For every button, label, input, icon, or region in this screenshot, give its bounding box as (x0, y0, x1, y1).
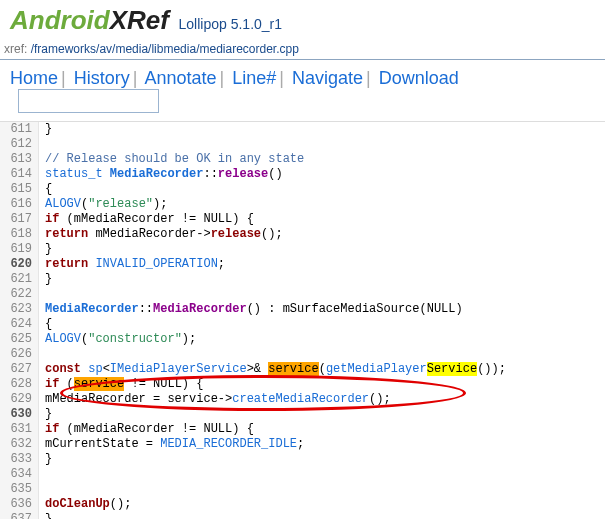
nav-download[interactable]: Download (379, 68, 459, 88)
code-line: } (39, 407, 52, 422)
line-number[interactable]: 621 (0, 272, 39, 287)
line-number[interactable]: 622 (0, 287, 39, 302)
nav-bar: Home| History| Annotate| Line#| Navigate… (0, 60, 605, 122)
code-line (39, 482, 45, 497)
code-line (39, 137, 45, 152)
nav-home[interactable]: Home (10, 68, 58, 88)
line-number[interactable]: 628 (0, 377, 39, 392)
line-number[interactable]: 637 (0, 512, 39, 519)
code-line: const sp<IMediaPlayerService>& service(g… (39, 362, 506, 377)
line-number[interactable]: 627 (0, 362, 39, 377)
code-area: 611} 612 613// Release should be OK in a… (0, 122, 605, 519)
code-line: } (39, 272, 52, 287)
line-number[interactable]: 631 (0, 422, 39, 437)
line-number[interactable]: 611 (0, 122, 39, 137)
line-number[interactable]: 629 (0, 392, 39, 407)
nav-sep: | (133, 68, 138, 88)
logo-part1: Android (10, 5, 110, 35)
path-seg-file[interactable]: mediarecorder.cpp (199, 42, 298, 56)
highlight-service: service (74, 377, 124, 391)
version-label: Lollipop 5.1.0_r1 (179, 16, 283, 32)
logo-part2: XRef (110, 5, 169, 35)
line-number[interactable]: 624 (0, 317, 39, 332)
line-number[interactable]: 614 (0, 167, 39, 182)
site-logo: AndroidXRef (10, 5, 169, 36)
line-number[interactable]: 617 (0, 212, 39, 227)
line-number[interactable]: 635 (0, 482, 39, 497)
code-line: ALOGV("constructor"); (39, 332, 196, 347)
code-line: MediaRecorder::MediaRecorder() : mSurfac… (39, 302, 463, 317)
line-number[interactable]: 634 (0, 467, 39, 482)
code-line (39, 347, 45, 362)
path-seg-frameworks[interactable]: frameworks (34, 42, 96, 56)
line-number[interactable]: 625 (0, 332, 39, 347)
path-seg-libmedia[interactable]: libmedia (151, 42, 196, 56)
line-number[interactable]: 636 (0, 497, 39, 512)
line-number[interactable]: 615 (0, 182, 39, 197)
code-line: return mMediaRecorder->release(); (39, 227, 283, 242)
code-line: status_t MediaRecorder::release() (39, 167, 283, 182)
code-line: } (39, 242, 52, 257)
nav-annotate[interactable]: Annotate (144, 68, 216, 88)
code-line: } (39, 512, 52, 519)
code-line: ALOGV("release"); (39, 197, 167, 212)
line-number[interactable]: 616 (0, 197, 39, 212)
line-number[interactable]: 613 (0, 152, 39, 167)
line-number[interactable]: 619 (0, 242, 39, 257)
code-line: mCurrentState = MEDIA_RECORDER_IDLE; (39, 437, 304, 452)
code-line: return INVALID_OPERATION; (39, 257, 225, 272)
code-line (39, 287, 45, 302)
path-bar: xref: /frameworks/av/media/libmedia/medi… (0, 39, 605, 60)
code-comment: // Release should be OK in any state (39, 152, 304, 167)
code-line: } (39, 122, 52, 137)
line-number[interactable]: 632 (0, 437, 39, 452)
line-number[interactable]: 633 (0, 452, 39, 467)
code-line: doCleanUp(); (39, 497, 131, 512)
code-line (39, 467, 45, 482)
line-number[interactable]: 626 (0, 347, 39, 362)
code-line: if (service != NULL) { (39, 377, 203, 392)
code-line: if (mMediaRecorder != NULL) { (39, 422, 254, 437)
line-number[interactable]: 630 (0, 407, 39, 422)
nav-history[interactable]: History (74, 68, 130, 88)
highlight-service: service (268, 362, 318, 376)
search-input[interactable] (18, 89, 159, 113)
line-number[interactable]: 618 (0, 227, 39, 242)
path-seg-media[interactable]: media (115, 42, 148, 56)
code-line: { (39, 182, 52, 197)
code-line: { (39, 317, 52, 332)
nav-navigate[interactable]: Navigate (292, 68, 363, 88)
nav-sep: | (220, 68, 225, 88)
line-number[interactable]: 612 (0, 137, 39, 152)
nav-sep: | (279, 68, 284, 88)
code-line: mMediaRecorder = service->createMediaRec… (39, 392, 391, 407)
path-seg-av[interactable]: av (99, 42, 112, 56)
code-line: } (39, 452, 52, 467)
line-number[interactable]: 620 (0, 257, 39, 272)
nav-line[interactable]: Line# (232, 68, 276, 88)
nav-sep: | (366, 68, 371, 88)
nav-sep: | (61, 68, 66, 88)
xref-label: xref: (4, 42, 31, 56)
line-number[interactable]: 623 (0, 302, 39, 317)
highlight-service2: Service (427, 362, 477, 376)
code-line: if (mMediaRecorder != NULL) { (39, 212, 254, 227)
header: AndroidXRef Lollipop 5.1.0_r1 (0, 0, 605, 39)
